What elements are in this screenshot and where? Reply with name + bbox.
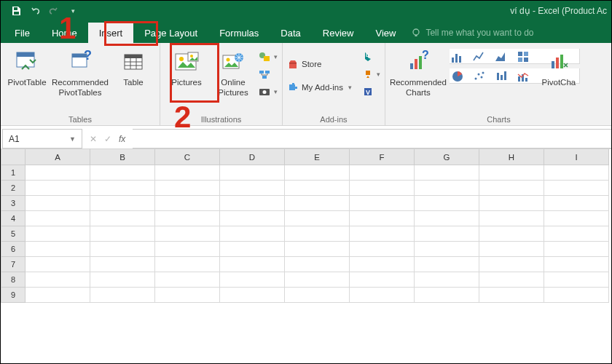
row-header[interactable]: 1 xyxy=(1,165,26,181)
cell[interactable] xyxy=(479,211,544,226)
tab-file[interactable]: File xyxy=(4,23,41,43)
row-header[interactable]: 6 xyxy=(1,242,26,257)
recommended-pivottables-button[interactable]: ? Recommended PivotTables xyxy=(52,46,109,98)
cell[interactable] xyxy=(26,242,90,257)
cell[interactable] xyxy=(544,226,609,242)
bing-maps-button[interactable]: b xyxy=(362,49,380,65)
cell[interactable] xyxy=(350,226,415,242)
cell[interactable] xyxy=(220,165,285,181)
column-header[interactable]: I xyxy=(544,149,609,165)
row-header[interactable]: 4 xyxy=(1,211,26,226)
cell[interactable] xyxy=(285,181,350,196)
cell[interactable] xyxy=(415,165,479,181)
cell[interactable] xyxy=(415,196,479,211)
cell[interactable] xyxy=(155,288,220,303)
cell[interactable] xyxy=(285,288,350,303)
tell-me[interactable]: Tell me what you want to do xyxy=(407,23,538,43)
row-header[interactable]: 2 xyxy=(1,181,26,196)
cell[interactable] xyxy=(479,257,544,272)
cancel-icon[interactable]: ✕ xyxy=(90,134,97,144)
cell[interactable] xyxy=(479,196,544,211)
cell[interactable] xyxy=(544,288,609,303)
cell[interactable] xyxy=(350,242,415,257)
cell[interactable] xyxy=(415,242,479,257)
smartart-button[interactable] xyxy=(258,66,278,82)
enter-icon[interactable]: ✓ xyxy=(104,134,111,144)
cell[interactable] xyxy=(479,165,544,181)
cell[interactable] xyxy=(479,242,544,257)
tab-page-layout[interactable]: Page Layout xyxy=(133,23,208,43)
cell[interactable] xyxy=(544,272,609,288)
cell[interactable] xyxy=(155,165,220,181)
screenshot-button[interactable]: ▾ xyxy=(258,84,278,100)
cell[interactable] xyxy=(220,211,285,226)
cell[interactable] xyxy=(544,257,609,272)
column-header[interactable]: B xyxy=(90,149,155,165)
cell[interactable] xyxy=(220,196,285,211)
cell[interactable] xyxy=(220,272,285,288)
cell[interactable] xyxy=(26,288,90,303)
cell[interactable] xyxy=(90,288,155,303)
fx-icon[interactable]: fx xyxy=(119,134,125,144)
cell[interactable] xyxy=(220,288,285,303)
cell[interactable] xyxy=(415,181,479,196)
store-button[interactable]: Store xyxy=(287,56,352,72)
column-header[interactable]: D xyxy=(220,149,285,165)
column-header[interactable]: H xyxy=(479,149,544,165)
row-header[interactable]: 5 xyxy=(1,226,26,242)
cell[interactable] xyxy=(26,257,90,272)
cell[interactable] xyxy=(350,181,415,196)
cell[interactable] xyxy=(90,226,155,242)
online-pictures-button[interactable]: Online Pictures xyxy=(211,46,255,98)
cell[interactable] xyxy=(90,181,155,196)
cell[interactable] xyxy=(415,257,479,272)
cell[interactable] xyxy=(544,196,609,211)
cell[interactable] xyxy=(544,165,609,181)
cell[interactable] xyxy=(220,242,285,257)
cell[interactable] xyxy=(285,165,350,181)
cell[interactable] xyxy=(415,288,479,303)
redo-icon[interactable] xyxy=(44,1,63,20)
cell[interactable] xyxy=(155,196,220,211)
cell[interactable] xyxy=(285,257,350,272)
pivotchart-button[interactable]: PivotCha xyxy=(537,46,581,88)
cell[interactable] xyxy=(415,211,479,226)
cell[interactable] xyxy=(220,257,285,272)
cell[interactable] xyxy=(285,211,350,226)
cell[interactable] xyxy=(285,242,350,257)
cell[interactable] xyxy=(155,272,220,288)
cell[interactable] xyxy=(26,226,90,242)
cell[interactable] xyxy=(350,165,415,181)
save-icon[interactable] xyxy=(7,1,26,20)
cell[interactable] xyxy=(155,181,220,196)
qat-dropdown-icon[interactable]: ▾ xyxy=(63,1,82,20)
pivottable-button[interactable]: PivotTable xyxy=(5,46,49,88)
cell[interactable] xyxy=(220,181,285,196)
column-header[interactable]: C xyxy=(155,149,220,165)
formula-input[interactable] xyxy=(133,129,612,149)
my-addins-button[interactable]: My Add-ins▾ xyxy=(287,79,352,95)
cell[interactable] xyxy=(155,226,220,242)
row-header[interactable]: 7 xyxy=(1,257,26,272)
column-header[interactable]: A xyxy=(26,149,90,165)
cell[interactable] xyxy=(350,257,415,272)
cell[interactable] xyxy=(26,211,90,226)
row-header[interactable]: 9 xyxy=(1,288,26,303)
cell[interactable] xyxy=(285,196,350,211)
cell[interactable] xyxy=(90,165,155,181)
name-box[interactable]: A1▼ xyxy=(2,129,82,149)
tab-home[interactable]: Home xyxy=(41,23,88,43)
select-all-corner[interactable] xyxy=(1,149,26,165)
table-button[interactable]: Table xyxy=(111,46,155,88)
column-header[interactable]: F xyxy=(350,149,415,165)
cell[interactable] xyxy=(285,272,350,288)
cell[interactable] xyxy=(479,181,544,196)
cell[interactable] xyxy=(155,242,220,257)
cell[interactable] xyxy=(90,196,155,211)
cell[interactable] xyxy=(350,196,415,211)
cell[interactable] xyxy=(544,211,609,226)
row-header[interactable]: 3 xyxy=(1,196,26,211)
people-graph-button[interactable]: ▾ xyxy=(362,66,380,82)
shapes-button[interactable]: ▾ xyxy=(258,49,278,65)
cell[interactable] xyxy=(220,226,285,242)
